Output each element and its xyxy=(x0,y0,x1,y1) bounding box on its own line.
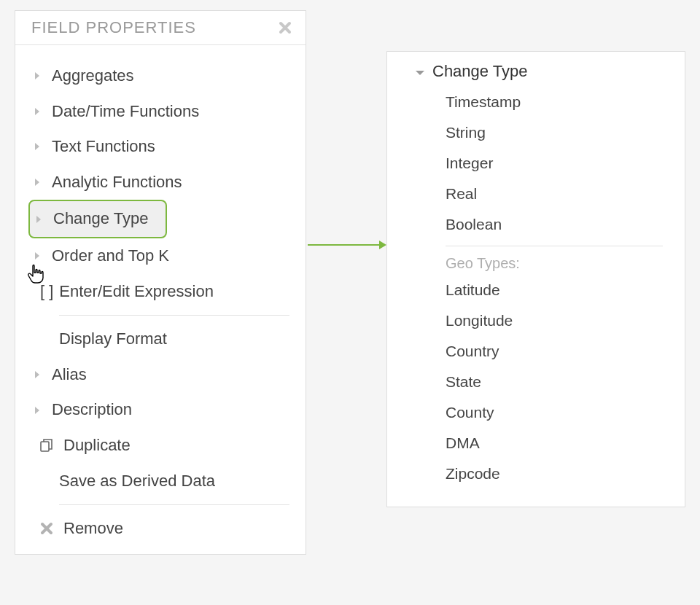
separator xyxy=(446,246,663,246)
svg-rect-0 xyxy=(41,442,49,451)
item-description[interactable]: Description xyxy=(15,392,306,428)
panel-header: FIELD PROPERTIES xyxy=(15,11,306,45)
change-type-submenu: Change Type Timestamp String Integer Rea… xyxy=(386,51,685,507)
type-real[interactable]: Real xyxy=(446,179,663,209)
item-label: Aggregates xyxy=(52,66,134,87)
item-label: Duplicate xyxy=(63,435,131,456)
type-country[interactable]: Country xyxy=(446,336,663,367)
item-display-format[interactable]: Display Format xyxy=(15,321,306,357)
item-enter-edit-expression[interactable]: [ ] Enter/Edit Expression xyxy=(15,274,306,310)
chevron-right-icon xyxy=(31,106,43,117)
item-order-topk[interactable]: Order and Top K xyxy=(15,238,306,274)
type-string[interactable]: String xyxy=(446,117,663,148)
item-label: Enter/Edit Expression xyxy=(59,281,214,302)
item-label: Remove xyxy=(63,518,123,539)
type-county[interactable]: County xyxy=(446,397,663,428)
type-integer[interactable]: Integer xyxy=(446,148,663,179)
type-state[interactable]: State xyxy=(446,367,663,397)
type-boolean[interactable]: Boolean xyxy=(446,209,663,240)
separator xyxy=(59,315,289,316)
geo-types-label: Geo Types: xyxy=(446,251,663,275)
item-analytic-functions[interactable]: Analytic Functions xyxy=(15,165,306,200)
field-properties-panel: FIELD PROPERTIES Aggregates Date/Time Fu… xyxy=(15,10,306,555)
close-icon[interactable] xyxy=(278,20,292,35)
separator xyxy=(59,504,289,505)
chevron-right-icon xyxy=(31,70,43,82)
panel-title: FIELD PROPERTIES xyxy=(31,18,196,37)
submenu-header[interactable]: Change Type xyxy=(387,59,685,87)
item-label: Alias xyxy=(52,364,87,386)
chevron-down-icon xyxy=(415,62,425,81)
item-duplicate[interactable]: Duplicate xyxy=(15,428,306,464)
type-dma[interactable]: DMA xyxy=(446,428,663,458)
chevron-right-icon xyxy=(31,405,43,416)
chevron-right-icon xyxy=(31,250,43,262)
item-label: Text Functions xyxy=(52,136,155,157)
type-timestamp[interactable]: Timestamp xyxy=(446,87,663,117)
item-label: Date/Time Functions xyxy=(52,101,199,122)
item-remove[interactable]: Remove xyxy=(15,511,306,547)
item-datetime-functions[interactable]: Date/Time Functions xyxy=(15,94,306,130)
duplicate-icon xyxy=(39,437,55,453)
item-label: Analytic Functions xyxy=(52,172,182,193)
item-label: Order and Top K xyxy=(52,246,169,267)
panel-body: Aggregates Date/Time Functions Text Func… xyxy=(15,45,306,554)
item-aggregates[interactable]: Aggregates xyxy=(15,58,306,94)
chevron-right-icon xyxy=(31,141,43,152)
type-latitude[interactable]: Latitude xyxy=(446,275,663,305)
item-change-type[interactable]: Change Type xyxy=(28,200,167,238)
arrow-icon xyxy=(308,238,388,252)
brackets-icon: [ ] xyxy=(40,281,53,302)
type-longitude[interactable]: Longitude xyxy=(446,305,663,336)
submenu-title: Change Type xyxy=(432,62,527,81)
item-label: Change Type xyxy=(53,208,148,230)
item-label: Description xyxy=(52,399,132,421)
submenu-list: Timestamp String Integer Real Boolean Ge… xyxy=(387,87,685,489)
item-save-derived[interactable]: Save as Derived Data xyxy=(15,464,306,499)
remove-icon xyxy=(39,522,55,535)
chevron-right-icon xyxy=(31,176,43,188)
chevron-right-icon xyxy=(33,214,44,225)
item-alias[interactable]: Alias xyxy=(15,357,306,393)
item-text-functions[interactable]: Text Functions xyxy=(15,129,306,165)
type-zipcode[interactable]: Zipcode xyxy=(446,458,663,489)
chevron-right-icon xyxy=(31,369,43,380)
item-label: Save as Derived Data xyxy=(59,471,215,492)
item-label: Display Format xyxy=(59,329,167,350)
